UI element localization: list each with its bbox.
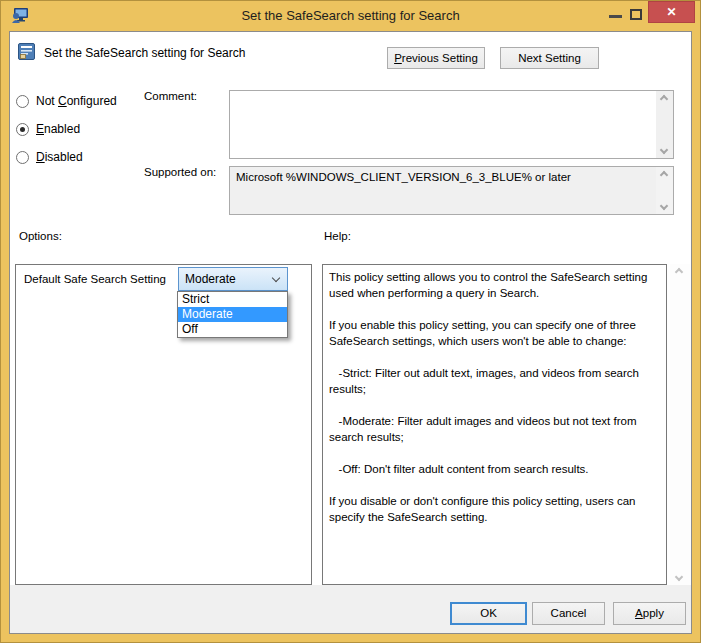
supported-scrollbar[interactable] xyxy=(656,167,673,214)
comment-scrollbar[interactable] xyxy=(656,91,673,158)
help-paragraph: -Moderate: Filter adult images and video… xyxy=(329,413,660,445)
scroll-up-icon[interactable] xyxy=(660,171,668,179)
radio-label-enabled: Enabled xyxy=(36,122,80,136)
help-paragraph: -Strict: Filter out adult text, images, … xyxy=(329,365,660,397)
supported-on-label: Supported on: xyxy=(144,166,216,178)
apply-button[interactable]: Apply xyxy=(613,602,686,625)
radio-not-configured[interactable]: Not Configured xyxy=(16,93,117,109)
dialog-content: Set the SafeSearch setting for Search Pr… xyxy=(9,31,692,634)
help-paragraph: If you enable this policy setting, you c… xyxy=(329,317,660,349)
next-setting-button[interactable]: Next Setting xyxy=(500,47,599,69)
setting-name-label: Default Safe Search Setting xyxy=(24,273,166,285)
scroll-up-icon[interactable] xyxy=(675,268,683,276)
scroll-up-icon[interactable] xyxy=(660,95,668,103)
safesearch-dropdown[interactable]: Moderate xyxy=(178,267,288,291)
dropdown-option-off[interactable]: Off xyxy=(178,322,287,337)
dropdown-option-strict[interactable]: Strict xyxy=(178,292,287,307)
options-section-label: Options: xyxy=(19,230,62,242)
radio-enabled[interactable]: Enabled xyxy=(16,121,80,137)
help-section-label: Help: xyxy=(324,230,351,242)
help-paragraph: This policy setting allows you to contro… xyxy=(329,269,660,301)
chevron-down-icon xyxy=(272,274,280,282)
scroll-down-icon[interactable] xyxy=(675,573,683,581)
comment-textarea[interactable] xyxy=(229,90,674,159)
previous-setting-button[interactable]: Previous Setting xyxy=(387,47,485,69)
ok-button[interactable]: OK xyxy=(450,602,527,625)
dropdown-list: Strict Moderate Off xyxy=(177,291,288,338)
dropdown-value: Moderate xyxy=(185,272,236,286)
radio-label-disabled: Disabled xyxy=(36,150,83,164)
help-panel[interactable]: This policy setting allows you to contro… xyxy=(322,264,667,585)
comment-label: Comment: xyxy=(144,90,197,102)
close-icon: ✕ xyxy=(666,5,676,19)
help-scrollbar[interactable] xyxy=(670,264,690,585)
policy-title: Set the SafeSearch setting for Search xyxy=(44,46,245,60)
title-bar[interactable]: Set the SafeSearch setting for Search ✕ xyxy=(1,1,700,31)
supported-on-value: Microsoft %WINDOWS_CLIENT_VERSION_6_3_BL… xyxy=(236,171,649,183)
radio-circle-enabled[interactable] xyxy=(16,123,29,136)
radio-disabled[interactable]: Disabled xyxy=(16,149,83,165)
radio-circle-not-configured[interactable] xyxy=(16,95,29,108)
dropdown-option-moderate[interactable]: Moderate xyxy=(178,307,287,322)
supported-on-box: Microsoft %WINDOWS_CLIENT_VERSION_6_3_BL… xyxy=(229,166,674,215)
cancel-button[interactable]: Cancel xyxy=(532,602,605,625)
policy-setting-icon xyxy=(18,43,35,60)
window-title: Set the SafeSearch setting for Search xyxy=(1,8,700,23)
radio-label-not-configured: Not Configured xyxy=(36,94,117,108)
close-button[interactable]: ✕ xyxy=(648,1,695,23)
help-paragraph: -Off: Don't filter adult content from se… xyxy=(329,461,660,477)
scroll-down-icon[interactable] xyxy=(660,146,668,154)
maximize-icon[interactable] xyxy=(630,9,642,20)
radio-circle-disabled[interactable] xyxy=(16,151,29,164)
help-paragraph: If you disable or don't configure this p… xyxy=(329,493,660,525)
scroll-down-icon[interactable] xyxy=(660,202,668,210)
policy-setting-dialog: Set the SafeSearch setting for Search ✕ … xyxy=(0,0,701,643)
minimize-icon[interactable] xyxy=(609,15,622,18)
